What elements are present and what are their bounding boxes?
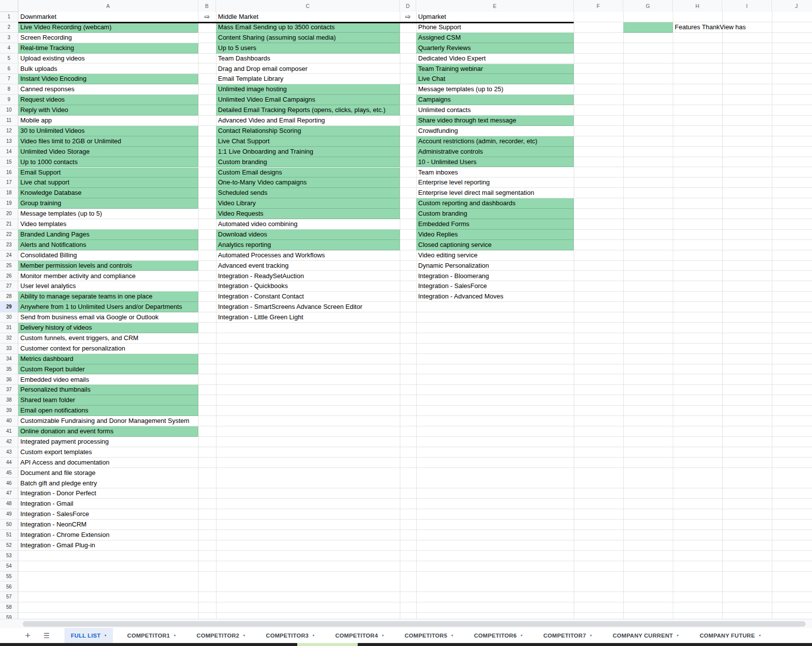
row-number-29[interactable]: 29 xyxy=(0,302,18,312)
row-number-30[interactable]: 30 xyxy=(0,312,18,323)
row-number-47[interactable]: 47 xyxy=(0,488,18,499)
cell-A33[interactable]: Customer context for personalization xyxy=(18,344,198,354)
sheet-tab-competitor2[interactable]: COMPETITOR2▾ xyxy=(190,628,252,643)
row-number-50[interactable]: 50 xyxy=(0,520,18,530)
cell-C9[interactable]: Unlimited Video Email Campaigns xyxy=(216,95,400,105)
right-arrow-icon[interactable]: ⇨ xyxy=(400,12,416,22)
row-number-24[interactable]: 24 xyxy=(0,250,18,261)
sheet-tab-competitor3[interactable]: COMPETITOR3▾ xyxy=(260,628,321,643)
cell-A32[interactable]: Custom funnels, event triggers, and CRM xyxy=(18,333,198,344)
cell-A10[interactable]: Reply with Video xyxy=(18,105,198,116)
cell-C2[interactable]: Mass Email Sending up to 3500 contacts xyxy=(216,22,400,33)
cell-A36[interactable]: Embedded video emails xyxy=(18,375,198,385)
row-number-57[interactable]: 57 xyxy=(0,592,18,602)
row-number-36[interactable]: 36 xyxy=(0,375,18,385)
cell-C7[interactable]: Email Template Library xyxy=(216,74,400,84)
legend-swatch-cell[interactable] xyxy=(623,22,673,33)
cell-C15[interactable]: Custom branding xyxy=(216,157,400,168)
row-number-23[interactable]: 23 xyxy=(0,240,18,250)
cell-A28[interactable]: Ability to manage separate teams in one … xyxy=(18,292,198,302)
row-number-6[interactable]: 6 xyxy=(0,64,18,74)
all-sheets-menu-button[interactable]: ☰ xyxy=(41,630,53,642)
cell-E7[interactable]: Live Chat xyxy=(416,74,574,84)
row-number-10[interactable]: 10 xyxy=(0,105,18,116)
sheet-tab-competitor6[interactable]: COMPETITOR6▾ xyxy=(468,628,529,643)
row-number-42[interactable]: 42 xyxy=(0,437,18,447)
cell-C13[interactable]: Live Chat Support xyxy=(216,136,400,147)
cell-E5[interactable]: Dedicated Video Expert xyxy=(416,54,574,64)
cell-A13[interactable]: Video files limit to 2GB or Unlimited xyxy=(18,136,198,147)
row-number-27[interactable]: 27 xyxy=(0,281,18,292)
row-number-16[interactable]: 16 xyxy=(0,168,18,178)
row-number-11[interactable]: 11 xyxy=(0,116,18,126)
cell-A17[interactable]: Live chat support xyxy=(18,177,198,188)
cell-A6[interactable]: Bulk uploads xyxy=(18,64,198,74)
cell-A34[interactable]: Metrics dashboard xyxy=(18,354,198,364)
cell-E9[interactable]: Campaigns xyxy=(416,95,574,105)
cell-E10[interactable]: Unlimited contacts xyxy=(416,105,574,116)
row-number-9[interactable]: 9 xyxy=(0,95,18,105)
cell-E22[interactable]: Video Replies xyxy=(416,230,574,240)
column-header-A[interactable]: A xyxy=(18,0,198,12)
cell-A2[interactable]: Live Video Recording (webcam) xyxy=(18,22,198,33)
cell-A24[interactable]: Consolidated Billing xyxy=(18,250,198,261)
row-number-18[interactable]: 18 xyxy=(0,188,18,198)
cell-E19[interactable]: Custom reporting and dashboards xyxy=(416,198,574,209)
cell-E11[interactable]: Share video through text message xyxy=(416,116,574,126)
sheet-tab-competitor4[interactable]: COMPETITOR4▾ xyxy=(329,628,390,643)
sheet-tab-company-future[interactable]: COMPANY FUTURE▾ xyxy=(693,628,767,643)
row-number-56[interactable]: 56 xyxy=(0,582,18,592)
cell-C27[interactable]: Integration - Quickbooks xyxy=(216,281,400,292)
list-header-C1[interactable]: Middle Market xyxy=(216,12,400,22)
row-number-54[interactable]: 54 xyxy=(0,561,18,572)
row-number-13[interactable]: 13 xyxy=(0,136,18,147)
row-number-12[interactable]: 12 xyxy=(0,126,18,136)
row-number-51[interactable]: 51 xyxy=(0,530,18,540)
row-number-22[interactable]: 22 xyxy=(0,230,18,240)
cell-A22[interactable]: Branded Landing Pages xyxy=(18,230,198,240)
cell-A48[interactable]: Integration - Gmail xyxy=(18,499,198,509)
sheet-tab-competitor1[interactable]: COMPETITOR1▾ xyxy=(121,628,182,643)
cell-A35[interactable]: Custom Report builder xyxy=(18,364,198,375)
cell-A39[interactable]: Email open notifications xyxy=(18,406,198,416)
cell-A3[interactable]: Screen Recording xyxy=(18,33,198,43)
column-header-I[interactable]: I xyxy=(722,0,772,12)
row-number-39[interactable]: 39 xyxy=(0,406,18,416)
cell-A38[interactable]: Shared team folder xyxy=(18,395,198,406)
cell-C23[interactable]: Analytics reporting xyxy=(216,240,400,250)
row-number-41[interactable]: 41 xyxy=(0,426,18,437)
horizontal-scrollbar-thumb[interactable] xyxy=(23,621,806,627)
row-number-2[interactable]: 2 xyxy=(0,22,18,33)
row-number-19[interactable]: 19 xyxy=(0,198,18,209)
row-number-49[interactable]: 49 xyxy=(0,509,18,520)
cell-A16[interactable]: Email Support xyxy=(18,168,198,178)
cell-C10[interactable]: Detailed Email Tracking Reports (opens, … xyxy=(216,105,400,116)
cell-C4[interactable]: Up to 5 users xyxy=(216,43,400,54)
cell-C21[interactable]: Automated video combining xyxy=(216,219,400,230)
row-number-52[interactable]: 52 xyxy=(0,540,18,551)
row-number-5[interactable]: 5 xyxy=(0,54,18,64)
sheet-tab-competitor5[interactable]: COMPETITOR5▾ xyxy=(398,628,460,643)
column-header-F[interactable]: F xyxy=(574,0,623,12)
cell-A52[interactable]: Integration - Gmail Plug-in xyxy=(18,540,198,551)
add-sheet-button[interactable]: + xyxy=(22,630,34,642)
cell-C20[interactable]: Video Requests xyxy=(216,209,400,219)
cell-C24[interactable]: Automated Processes and Workflows xyxy=(216,250,400,261)
column-header-G[interactable]: G xyxy=(623,0,673,12)
row-number-31[interactable]: 31 xyxy=(0,323,18,333)
cell-A49[interactable]: Integration - SalesForce xyxy=(18,509,198,520)
column-header-H[interactable]: H xyxy=(673,0,722,12)
column-header-B[interactable]: B xyxy=(198,0,216,12)
cell-C3[interactable]: Content Sharing (assuming social media) xyxy=(216,33,400,43)
cell-E16[interactable]: Team inboxes xyxy=(416,168,574,178)
cell-A26[interactable]: Monitor member activity and compliance xyxy=(18,271,198,282)
row-number-45[interactable]: 45 xyxy=(0,468,18,478)
cell-E26[interactable]: Integration - Bloomerang xyxy=(416,271,574,282)
row-number-59[interactable]: 59 xyxy=(0,613,18,619)
cell-A51[interactable]: Integration - Chrome Extension xyxy=(18,530,198,540)
cell-E14[interactable]: Administrative controls xyxy=(416,147,574,157)
row-number-58[interactable]: 58 xyxy=(0,602,18,613)
cell-A45[interactable]: Document and file storage xyxy=(18,468,198,478)
cell-C29[interactable]: Integration - SmartScreens Advance Scree… xyxy=(216,302,400,312)
list-header-A1[interactable]: Downmarket xyxy=(18,12,198,22)
